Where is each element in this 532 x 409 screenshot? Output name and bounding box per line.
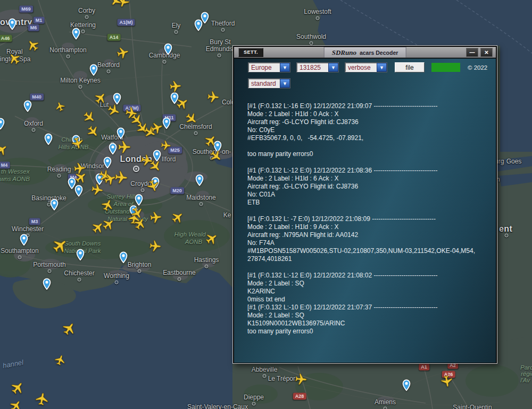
map-area-label: High Weald [174,231,205,238]
settings-button[interactable]: SETT. [238,48,263,57]
aircraft-icon[interactable] [70,136,85,151]
aircraft-icon[interactable] [90,182,105,197]
map-pin[interactable] [89,63,98,76]
flight-map-screen: oventryCorbyKetteringNorthamptonBedfordM… [0,0,532,409]
verbose-dropdown[interactable]: verbose on ▼ [345,62,387,72]
frequency-dropdown[interactable]: 131825 ▼ [296,62,339,72]
message-line: [#1 (F:0.132 L: -7 E:0) 12/12/2022 21:08… [247,215,492,223]
aircraft-icon[interactable] [73,170,88,185]
map-pin[interactable] [71,27,81,39]
message-line: Aircraft reg: .N795AN Flight id: AA0142 [247,231,492,239]
map-city-label: Worthing [104,272,129,280]
aircraft-icon[interactable] [7,51,22,66]
aircraft-icon[interactable] [106,103,121,118]
aircraft-icon[interactable] [130,206,145,220]
aircraft-icon[interactable] [116,0,131,9]
aircraft-icon[interactable] [101,217,116,232]
aircraft-icon[interactable] [206,89,221,104]
map-pin[interactable] [44,133,53,145]
aircraft-icon[interactable] [10,380,25,395]
file-button[interactable]: file [395,62,425,72]
map-pin[interactable] [195,174,204,186]
message-log[interactable]: [#1 (F:0.132 L:-16 E:0) 12/12/2022 21:09… [247,102,492,361]
map-pin[interactable] [19,233,29,246]
aircraft-icon[interactable] [294,372,309,387]
city-dot [48,269,52,273]
map-pin[interactable] [103,156,112,168]
aircraft-icon[interactable] [35,391,49,406]
message-line [247,142,492,150]
aircraft-icon[interactable] [175,96,190,111]
message-line: too many parity errors0 [247,150,492,158]
aircraft-icon[interactable] [148,159,163,174]
map-pin[interactable] [42,277,52,290]
aircraft-icon[interactable] [26,38,40,53]
aircraft-icon[interactable] [86,124,101,139]
aircraft-icon[interactable] [117,140,132,154]
map-pin[interactable] [163,43,173,55]
aircraft-icon[interactable] [53,238,68,253]
aircraft-icon[interactable] [168,79,183,94]
acars-decoder-window[interactable]: SETT. SDRuno acars Decoder — ✕ Europe ▼ … [232,45,497,364]
map-pin[interactable] [116,127,126,139]
map-pin[interactable] [194,19,203,31]
aircraft-icon[interactable] [9,398,23,409]
aircraft-icon[interactable] [149,120,164,135]
map-city-label: Bury St [210,38,230,46]
chevron-down-icon[interactable]: ▼ [280,63,290,72]
aircraft-icon[interactable] [114,170,129,185]
aircraft-icon[interactable] [439,374,454,389]
message-block: [#1 (F:0.132 L:-12 E:0) 12/12/2022 21:08… [247,272,492,336]
aircraft-icon[interactable] [100,198,115,212]
map-pin[interactable] [7,18,17,30]
city-dot [66,55,70,59]
map-city-label: Maidstone [186,194,215,201]
chevron-down-icon[interactable]: ▼ [280,79,290,88]
message-block: [#1 (F:0.132 L:-12 E:0) 12/12/2022 21:08… [247,167,492,207]
map-pin[interactable] [108,142,118,154]
map-pin[interactable] [0,117,5,129]
aircraft-icon[interactable] [148,239,163,253]
map-pin[interactable] [76,248,85,260]
aircraft-icon[interactable] [146,178,161,193]
aircraft-icon[interactable] [170,210,185,225]
aircraft-icon[interactable] [159,138,173,153]
aircraft-icon[interactable] [82,110,97,125]
map-pin[interactable] [49,198,59,210]
map-pin[interactable] [134,193,144,206]
minimize-button[interactable]: — [466,48,478,57]
aircraft-icon[interactable] [53,353,68,367]
road-badge: M1 [34,17,45,24]
region-value: Europe [248,63,280,72]
message-block: [#1 (F:0.132 L: -7 E:0) 12/12/2022 21:08… [247,215,492,263]
message-line: Aircraft reg: .G-LCYO Flight id: CJ8736 [247,183,492,191]
aircraft-icon[interactable] [204,231,219,246]
mode-dropdown[interactable]: standard ▼ [248,78,290,88]
city-dot [57,174,61,178]
aircraft-icon[interactable] [184,111,199,126]
aircraft-icon[interactable] [53,99,68,114]
decoder-titlebar[interactable]: SETT. SDRuno acars Decoder — ✕ [234,47,496,58]
map-city-label: Saint-Valery-en-Caux [187,403,248,409]
map-area-label: wns AONB [0,176,30,182]
chevron-down-icon[interactable]: ▼ [328,63,338,72]
aircraft-icon[interactable] [209,149,223,163]
aircraft-icon[interactable] [203,133,218,148]
map-pin[interactable] [74,184,84,197]
aircraft-icon[interactable] [115,45,130,60]
region-dropdown[interactable]: Europe ▼ [248,62,290,72]
water-label: hannel [2,358,24,370]
aircraft-icon[interactable] [62,321,77,336]
road-badge: A14 [107,34,121,41]
aircraft-icon[interactable] [148,210,163,225]
map-pin[interactable] [402,379,411,391]
city-dot [316,17,320,20]
aircraft-icon[interactable] [0,142,9,157]
close-button[interactable]: ✕ [480,48,493,57]
chevron-down-icon[interactable]: ▼ [377,63,387,72]
aircraft-icon[interactable] [93,91,108,105]
map-pin[interactable] [23,100,32,112]
map-city-label: Northampton [49,46,86,54]
map-area-label: th Wessex [1,168,29,175]
map-pin[interactable] [119,251,128,263]
